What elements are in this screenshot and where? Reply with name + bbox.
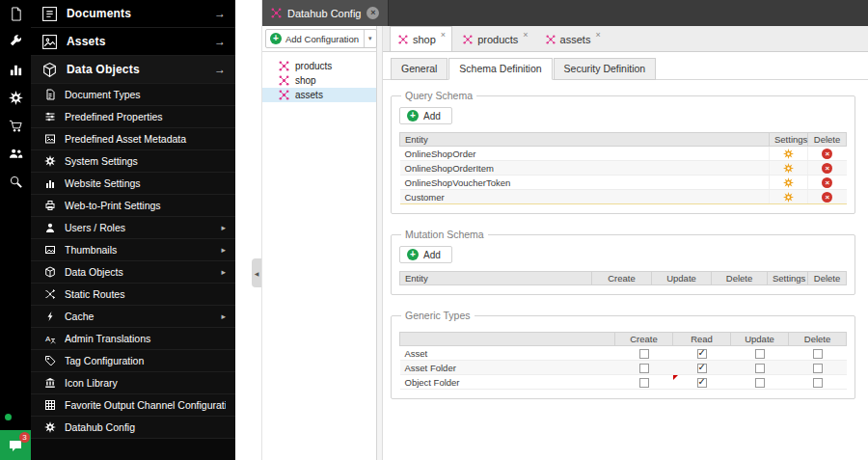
create-checkbox[interactable] — [639, 349, 649, 359]
delete-icon[interactable]: × — [822, 149, 832, 159]
tab-schema-definition[interactable]: Schema Definition — [448, 58, 552, 80]
asset-metadata-icon — [44, 133, 56, 145]
sidebar-item-users-roles[interactable]: Users / Roles ▸ — [31, 217, 235, 239]
users-icon[interactable] — [0, 140, 31, 168]
settings-gear-icon[interactable] — [783, 163, 794, 174]
update-checkbox[interactable] — [755, 378, 765, 388]
close-icon[interactable]: × — [441, 30, 446, 40]
search-icon[interactable] — [0, 168, 31, 196]
sidebar-item-system-settings[interactable]: System Settings — [31, 150, 235, 173]
chat-button[interactable]: 3 — [0, 430, 31, 460]
tab-products[interactable]: products × — [454, 26, 534, 51]
subtab-label: General — [401, 63, 437, 74]
chevron-right-icon: ▸ — [221, 223, 226, 232]
sidebar-item-tag-configuration[interactable]: Tag Configuration — [31, 350, 235, 372]
generic-type-name: Asset Folder — [400, 361, 615, 375]
tools-icon[interactable] — [0, 28, 31, 56]
table-row: Object Folder — [400, 375, 847, 390]
sidebar-item-predefined-properties[interactable]: Predefined Properties — [31, 106, 235, 128]
table-row[interactable]: Customer × — [400, 190, 847, 204]
update-checkbox[interactable] — [755, 364, 765, 373]
delete-checkbox[interactable] — [813, 349, 823, 359]
settings-icon[interactable] — [0, 84, 31, 112]
tab-general[interactable]: General — [391, 58, 448, 80]
sidebar-item-cache[interactable]: Cache ▸ — [31, 306, 235, 328]
gear-icon — [44, 155, 56, 167]
sidebar-item-website-settings[interactable]: Website Settings — [31, 173, 235, 195]
read-checkbox[interactable] — [697, 364, 707, 373]
sidebar-item-label: Datahub Config — [65, 421, 226, 433]
tree-item-assets[interactable]: assets — [262, 88, 376, 102]
table-row[interactable]: OnlineShopOrder × — [400, 147, 847, 161]
create-checkbox[interactable] — [639, 364, 649, 373]
collapse-panel-handle[interactable]: ◀ — [252, 258, 261, 287]
tab-security-definition[interactable]: Security Definition — [554, 58, 657, 80]
sliders-icon — [44, 111, 56, 122]
sidebar-item-datahub-config[interactable]: Datahub Config — [31, 417, 235, 439]
close-icon[interactable]: × — [366, 7, 379, 19]
delete-icon[interactable]: × — [822, 163, 832, 174]
sidebar-item-data-objects[interactable]: Data Objects → — [31, 56, 235, 84]
column-header-read: Read — [673, 333, 731, 346]
settings-gear-icon[interactable] — [783, 192, 794, 203]
column-header-settings: Settings — [768, 272, 808, 285]
settings-gear-icon[interactable] — [783, 177, 794, 188]
image-icon — [44, 244, 56, 256]
plus-icon: + — [270, 33, 282, 44]
delete-checkbox[interactable] — [813, 378, 823, 388]
tree-item-shop[interactable]: shop — [262, 73, 376, 88]
add-query-entity-button[interactable]: + Add — [399, 107, 452, 124]
chevron-right-icon: ▸ — [221, 267, 226, 277]
grid-icon — [44, 399, 56, 411]
close-icon[interactable]: × — [595, 30, 600, 40]
sidebar-item-label: Data Objects — [67, 63, 214, 76]
add-configuration-button[interactable]: + Add Configuration ▾ — [265, 29, 377, 48]
mutation-schema-legend: Mutation Schema — [401, 229, 488, 240]
arrow-right-icon: → — [214, 35, 226, 48]
tab-assets[interactable]: assets × — [537, 26, 608, 51]
table-header-row: Entity Settings Delete — [400, 133, 847, 147]
svg-text:A: A — [45, 335, 51, 343]
tab-label: assets — [560, 34, 591, 45]
delete-icon[interactable]: × — [822, 192, 832, 203]
table-row[interactable]: OnlineShopVoucherToken × — [400, 176, 847, 190]
sidebar-item-data-objects-sub[interactable]: Data Objects ▸ — [31, 261, 235, 284]
mutation-schema-fieldset: Mutation Schema + Add Entity Create Upda… — [391, 229, 855, 295]
sidebar-item-static-routes[interactable]: Static Routes — [31, 284, 235, 306]
tab-shop[interactable]: shop × — [390, 26, 452, 51]
main-tab-strip: Datahub Config × — [262, 0, 868, 26]
sidebar-item-document-types[interactable]: Document Types — [31, 84, 235, 106]
settings-gear-icon[interactable] — [783, 149, 794, 159]
sidebar-item-documents[interactable]: Documents → — [31, 0, 235, 28]
table-row[interactable]: OnlineShopOrderItem × — [400, 161, 847, 176]
stats-icon[interactable] — [0, 56, 31, 84]
read-checkbox[interactable] — [697, 349, 707, 359]
sidebar-item-thumbnails[interactable]: Thumbnails ▸ — [31, 239, 235, 261]
sidebar-item-assets[interactable]: Assets → — [31, 28, 235, 56]
subtab-label: Security Definition — [564, 63, 646, 74]
tab-datahub-config[interactable]: Datahub Config × — [262, 0, 389, 26]
delete-checkbox[interactable] — [813, 364, 823, 373]
close-icon[interactable]: × — [523, 30, 528, 40]
cart-icon[interactable] — [0, 112, 31, 140]
column-header-create: Create — [615, 333, 673, 346]
delete-icon[interactable]: × — [822, 177, 832, 188]
tree-item-products[interactable]: products — [262, 59, 376, 73]
file-icon[interactable] — [0, 0, 31, 28]
sidebar-item-favorite-output-channel-configurations[interactable]: Favorite Output Channel Configurations — [31, 394, 235, 417]
tree-item-label: assets — [295, 90, 323, 100]
sidebar-item-predefined-asset-metadata[interactable]: Predefined Asset Metadata — [31, 128, 235, 150]
sidebar-item-admin-translations[interactable]: A Admin Translations — [31, 328, 235, 350]
tag-icon — [44, 355, 56, 366]
sidebar-item-label: Admin Translations — [65, 333, 226, 344]
read-checkbox[interactable] — [697, 378, 707, 388]
sidebar-item-icon-library[interactable]: Icon Library — [31, 372, 235, 394]
tab-label: products — [477, 34, 518, 45]
update-checkbox[interactable] — [755, 349, 765, 359]
add-mutation-entity-button[interactable]: + Add — [399, 246, 452, 263]
create-checkbox[interactable] — [639, 378, 649, 388]
user-icon — [44, 222, 56, 233]
chevron-down-icon[interactable]: ▾ — [365, 35, 376, 42]
datahub-icon — [279, 90, 289, 100]
sidebar-item-web-to-print-settings[interactable]: Web-to-Print Settings — [31, 195, 235, 217]
